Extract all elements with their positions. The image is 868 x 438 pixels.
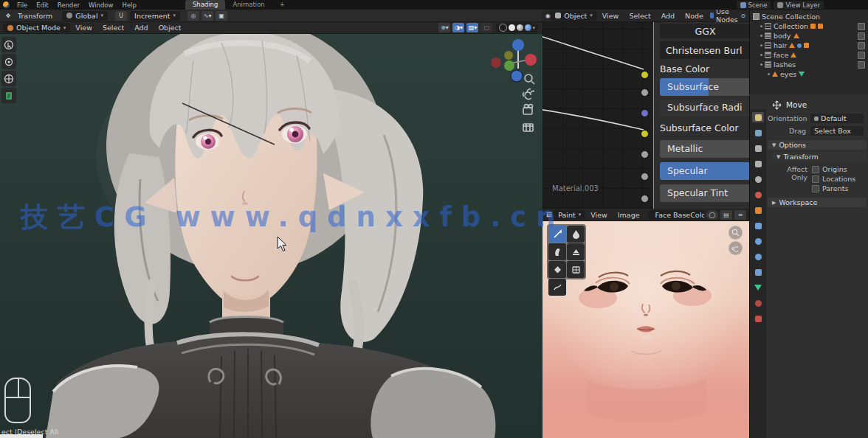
visibility-checkbox[interactable] bbox=[858, 32, 865, 40]
visibility-checkbox[interactable] bbox=[858, 42, 865, 49]
outliner-root-row[interactable]: Scene Collection bbox=[750, 12, 868, 21]
drag-value-dropdown[interactable]: Select Box bbox=[810, 126, 864, 136]
gizmo-axis-neg-x[interactable] bbox=[491, 58, 501, 68]
properties-tab-view-layer[interactable] bbox=[752, 159, 764, 169]
gizmo-axis-neg-y[interactable] bbox=[504, 51, 513, 60]
pivot-point-icon[interactable]: ▣ bbox=[216, 11, 227, 21]
outliner-row-collection[interactable]: Collection bbox=[750, 21, 868, 31]
properties-tab-modifiers[interactable] bbox=[752, 220, 764, 231]
image-datablock[interactable]: Face BaseColor bbox=[648, 210, 704, 220]
gizmo-axis-y[interactable] bbox=[504, 60, 514, 71]
display-options-icon[interactable]: ≡ bbox=[734, 210, 746, 220]
locations-checkbox[interactable] bbox=[812, 175, 819, 183]
properties-tab-physics[interactable] bbox=[752, 251, 764, 262]
visibility-checkbox[interactable] bbox=[858, 23, 865, 30]
visibility-checkbox[interactable] bbox=[858, 52, 865, 59]
distribution-dropdown[interactable]: GGX bbox=[660, 24, 749, 38]
gizmo-axis-z[interactable] bbox=[512, 39, 524, 51]
image-editor-canvas[interactable] bbox=[542, 221, 749, 438]
gizmo-axis-x[interactable] bbox=[525, 54, 537, 66]
properties-tab-texture[interactable] bbox=[752, 313, 764, 324]
subsurface-method-dropdown[interactable]: Christensen Burl bbox=[660, 41, 749, 59]
shading-rendered-icon[interactable] bbox=[525, 24, 531, 31]
orientation-dropdown[interactable]: Global▾ bbox=[62, 11, 108, 21]
hide-dot-icon[interactable] bbox=[760, 25, 762, 27]
hide-dot-icon[interactable] bbox=[760, 35, 762, 37]
image-menu-image[interactable]: Image bbox=[613, 211, 645, 219]
socket-specular[interactable] bbox=[641, 173, 649, 181]
annotate-tool-button[interactable] bbox=[1, 88, 16, 103]
xray-toggle-icon[interactable]: ▨▾ bbox=[466, 23, 478, 32]
menu-render[interactable]: Render bbox=[53, 1, 84, 9]
viewport-menu-view[interactable]: View bbox=[70, 24, 97, 32]
param-subsurface-slider[interactable]: Subsurface bbox=[660, 78, 749, 96]
socket-subsurface[interactable] bbox=[641, 88, 649, 97]
node-editor-type-icon[interactable]: ◉ bbox=[545, 11, 551, 21]
hide-dot-icon[interactable] bbox=[760, 63, 762, 66]
shading-solid-icon[interactable] bbox=[509, 24, 515, 31]
move-tool-button[interactable] bbox=[1, 71, 16, 86]
outliner-row-body[interactable]: body bbox=[750, 31, 868, 41]
use-nodes-checkbox[interactable] bbox=[710, 13, 714, 18]
shading-extra-icon[interactable]: ▢ bbox=[480, 23, 492, 32]
pin-icon[interactable]: ⊙ bbox=[740, 11, 746, 21]
workspace-panel-header[interactable]: ▶Workspace bbox=[768, 198, 867, 207]
node-menu-select[interactable]: Select bbox=[624, 12, 655, 20]
properties-tab-render[interactable] bbox=[752, 128, 764, 138]
3d-viewport[interactable] bbox=[0, 10, 542, 438]
param-metallic-slider[interactable]: Metallic bbox=[660, 140, 749, 158]
socket-metallic[interactable] bbox=[641, 150, 649, 159]
viewport-menu-select[interactable]: Select bbox=[97, 24, 129, 32]
properties-tab-output[interactable] bbox=[752, 143, 764, 153]
orientation-value-dropdown[interactable]: Default bbox=[810, 114, 864, 123]
param-specular-tint-slider[interactable]: Specular Tint bbox=[660, 184, 749, 202]
select-tool-button[interactable] bbox=[1, 37, 16, 52]
properties-tab-tool[interactable] bbox=[752, 112, 764, 122]
node-menu-view[interactable]: View bbox=[597, 12, 624, 20]
properties-tab-data[interactable] bbox=[752, 282, 764, 293]
node-menu-add[interactable]: Add bbox=[656, 12, 680, 20]
menu-file[interactable]: File bbox=[13, 1, 32, 9]
mask-paint-tool[interactable] bbox=[567, 261, 585, 278]
smear-paint-tool[interactable] bbox=[548, 243, 566, 260]
visibility-checkbox[interactable] bbox=[858, 61, 865, 69]
image-mode-dropdown[interactable]: Paint▾ bbox=[554, 210, 585, 220]
workspace-tab-+[interactable]: + bbox=[272, 0, 292, 10]
snap-dropdown[interactable]: Increment▾ bbox=[130, 11, 180, 21]
snap-magnet-icon[interactable]: U bbox=[115, 11, 127, 21]
properties-tab-material[interactable] bbox=[752, 298, 764, 308]
hide-dot-icon[interactable] bbox=[760, 44, 762, 46]
origins-checkbox[interactable] bbox=[812, 166, 819, 173]
properties-tab-scene[interactable] bbox=[752, 174, 764, 184]
options-panel-header[interactable]: ▼Options bbox=[768, 140, 867, 150]
socket-specular-tint[interactable] bbox=[641, 195, 649, 203]
image-pan-gizmo[interactable] bbox=[728, 241, 743, 255]
soften-paint-tool[interactable] bbox=[567, 226, 585, 243]
node-menu-node[interactable]: Node bbox=[680, 12, 709, 20]
mask-display-icon[interactable]: ◯ bbox=[706, 210, 718, 220]
proportional-editing-icon[interactable]: ◎ bbox=[187, 11, 199, 21]
blender-logo-icon[interactable] bbox=[3, 1, 10, 8]
viewport-menu-add[interactable]: Add bbox=[129, 24, 153, 32]
properties-tab-world[interactable] bbox=[752, 190, 764, 200]
menu-help[interactable]: Help bbox=[117, 1, 140, 9]
hide-dot-icon[interactable] bbox=[768, 73, 770, 75]
outliner-row-eyes[interactable]: eyes bbox=[750, 69, 868, 79]
node-editor-canvas[interactable]: GGX Christensen Burl Base ColorSubsurfac… bbox=[542, 22, 749, 209]
properties-tab-constraints[interactable] bbox=[752, 267, 764, 277]
view-layer-selector[interactable]: View Layer bbox=[774, 1, 824, 9]
socket-base-color[interactable] bbox=[641, 71, 649, 79]
parents-checkbox[interactable] bbox=[812, 185, 819, 192]
outliner-row-hair[interactable]: hair bbox=[750, 41, 868, 50]
param-specular-slider[interactable]: Specular bbox=[660, 162, 749, 180]
scene-selector[interactable]: Scene bbox=[737, 1, 771, 9]
falloff-dropdown-icon[interactable]: ∿ ▾ bbox=[202, 11, 213, 21]
annotate-paint-tool[interactable] bbox=[548, 279, 566, 296]
draw-paint-tool[interactable] bbox=[548, 226, 566, 243]
workspace-tab-shading[interactable]: Shading bbox=[185, 0, 226, 10]
clone-paint-tool[interactable] bbox=[567, 243, 585, 260]
socket-subsurface-radi[interactable] bbox=[641, 109, 649, 117]
image-menu-view[interactable]: View bbox=[585, 211, 613, 219]
hide-dot-icon[interactable] bbox=[760, 54, 762, 56]
menu-edit[interactable]: Edit bbox=[32, 1, 52, 9]
